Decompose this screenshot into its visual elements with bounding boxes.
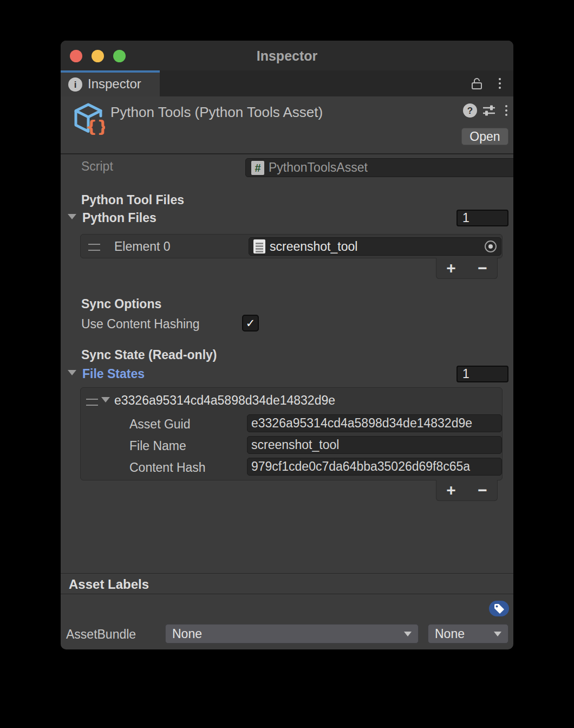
tag-icon xyxy=(493,603,505,615)
info-icon: i xyxy=(68,77,82,92)
file-name-field[interactable]: screenshot_tool xyxy=(247,436,502,454)
remove-element-button[interactable]: − xyxy=(472,481,493,499)
element-0-object-field[interactable]: screenshot_tool xyxy=(249,237,501,256)
asset-labels-section: Asset Labels xyxy=(69,577,149,592)
use-content-hashing-label: Use Content Hashing xyxy=(81,317,200,332)
python-files-list-box: Element 0 screenshot_tool xyxy=(80,234,503,258)
inspector-window: Inspector i Inspector {} Python Tools (P… xyxy=(61,41,513,649)
element-0-label: Element 0 xyxy=(114,239,171,254)
python-files-foldout-icon[interactable] xyxy=(68,214,76,219)
file-name-value: screenshot_tool xyxy=(251,438,339,452)
divider xyxy=(61,573,513,574)
element-0-value: screenshot_tool xyxy=(270,239,480,254)
script-field: # PythonToolsAsset xyxy=(245,158,513,177)
assetbundle-label: AssetBundle xyxy=(66,627,136,642)
help-icon[interactable]: ? xyxy=(463,103,477,118)
sync-options-section: Sync Options xyxy=(81,297,161,311)
add-element-button[interactable]: + xyxy=(440,259,462,277)
script-label: Script xyxy=(81,159,113,174)
add-element-button[interactable]: + xyxy=(440,481,462,499)
object-picker-icon[interactable] xyxy=(485,240,497,252)
python-files-list-controls: + − xyxy=(436,258,498,279)
drag-handle-icon[interactable] xyxy=(86,399,98,406)
chevron-down-icon xyxy=(494,632,501,636)
tab-label: Inspector xyxy=(88,76,141,92)
file-states-count-field[interactable]: 1 xyxy=(456,366,508,382)
asset-title: Python Tools (Python Tools Asset) xyxy=(110,104,323,121)
assetbundle-dropdown-value: None xyxy=(172,627,202,641)
python-tools-asset-icon: {} xyxy=(71,102,105,135)
assetbundle-variant-dropdown[interactable]: None xyxy=(428,624,508,644)
asset-guid-value: e3326a95314cd4a5898d34de14832d9e xyxy=(251,416,472,431)
content-hash-field[interactable]: 979cf1cde0c7da64bba35026d69f8c65a xyxy=(247,458,502,476)
file-name-label: File Name xyxy=(129,439,186,453)
tab-bar: i Inspector xyxy=(61,70,513,96)
open-button[interactable]: Open xyxy=(461,128,508,145)
entry-header-label[interactable]: e3326a95314cd4a5898d34de14832d9e xyxy=(114,393,335,408)
csharp-script-icon: # xyxy=(251,161,264,175)
file-states-foldout-icon[interactable] xyxy=(68,370,76,375)
titlebar: Inspector xyxy=(61,41,513,70)
asset-header: {} Python Tools (Python Tools Asset) ? O… xyxy=(61,96,513,154)
python-files-count-field[interactable]: 1 xyxy=(456,210,508,226)
drag-handle-icon[interactable] xyxy=(88,244,100,251)
use-content-hashing-checkbox[interactable]: ✓ xyxy=(242,315,259,332)
header-menu-kebab-icon[interactable] xyxy=(499,103,513,118)
file-states-foldout-label[interactable]: File States xyxy=(82,367,145,381)
python-tool-files-section: Python Tool Files xyxy=(81,193,184,207)
content-hash-label: Content Hash xyxy=(129,460,206,475)
asset-labels-tag-button[interactable] xyxy=(489,601,509,616)
sync-state-section: Sync State (Read-only) xyxy=(81,348,217,362)
python-files-foldout-label[interactable]: Python Files xyxy=(82,211,156,225)
divider xyxy=(61,594,513,594)
chevron-down-icon xyxy=(404,632,412,636)
assetbundle-dropdown[interactable]: None xyxy=(165,624,419,644)
script-field-value: PythonToolsAsset xyxy=(269,160,513,175)
lock-icon[interactable] xyxy=(470,76,484,90)
window-title: Inspector xyxy=(61,41,513,70)
file-states-list-box: e3326a95314cd4a5898d34de14832d9e Asset G… xyxy=(80,387,503,480)
assetbundle-variant-value: None xyxy=(435,627,465,641)
braces-glyph: {} xyxy=(86,117,105,135)
tab-inspector[interactable]: i Inspector xyxy=(61,70,160,96)
tab-menu-kebab-icon[interactable] xyxy=(493,76,507,90)
presets-icon[interactable] xyxy=(482,103,496,118)
entry-foldout-icon[interactable] xyxy=(101,397,110,402)
file-states-list-controls: + − xyxy=(436,480,498,501)
remove-element-button[interactable]: − xyxy=(472,259,493,277)
asset-guid-label: Asset Guid xyxy=(129,417,191,432)
text-asset-icon xyxy=(253,239,265,253)
content-hash-value: 979cf1cde0c7da64bba35026d69f8c65a xyxy=(251,459,470,474)
asset-guid-field[interactable]: e3326a95314cd4a5898d34de14832d9e xyxy=(247,414,502,432)
